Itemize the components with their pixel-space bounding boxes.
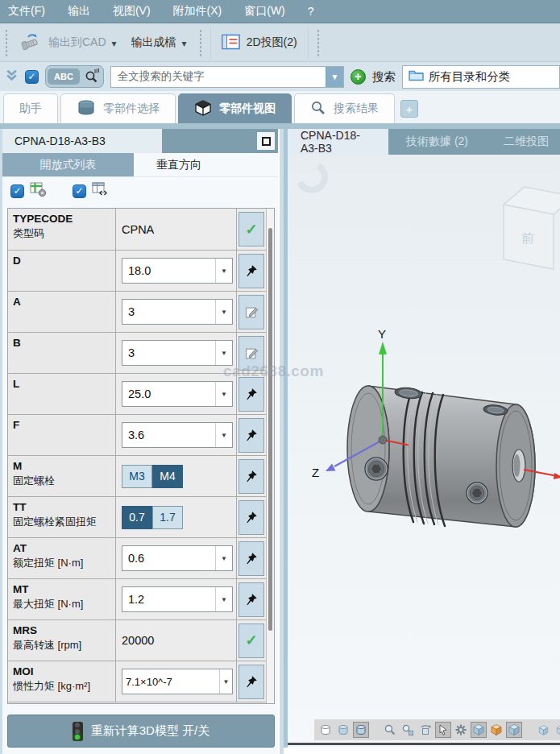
maximize-button[interactable] bbox=[257, 132, 275, 150]
rotate-view-icon[interactable] bbox=[417, 722, 433, 738]
zoom-fit-icon[interactable] bbox=[400, 722, 416, 738]
toolbar-grip[interactable] bbox=[317, 29, 320, 56]
view-orientation-icon[interactable] bbox=[535, 722, 551, 738]
param-toggle-group: M3M4 bbox=[122, 465, 183, 488]
shaded-view-icon[interactable] bbox=[335, 722, 351, 738]
tab-3d-view[interactable]: CPNA-D18-A3-B3 bbox=[288, 129, 388, 155]
text-search-mode-button[interactable]: ABC bbox=[45, 65, 104, 88]
pin-button[interactable] bbox=[239, 582, 264, 617]
edit-button[interactable] bbox=[239, 295, 264, 329]
3d-viewport[interactable]: 前 bbox=[288, 155, 560, 748]
toolbar-grip[interactable] bbox=[5, 29, 8, 56]
toggle-option-selected[interactable]: M4 bbox=[152, 465, 183, 488]
param-value-dropdown[interactable]: 7.1×10^-7 bbox=[122, 669, 233, 694]
menu-view[interactable]: 视图(V) bbox=[113, 4, 151, 19]
menu-window[interactable]: 窗口(W) bbox=[244, 4, 285, 19]
menu-export[interactable]: 输出 bbox=[68, 4, 90, 19]
pin-button[interactable] bbox=[239, 418, 264, 453]
tab-technical-data[interactable]: 技術數據 (2) bbox=[395, 129, 479, 155]
tab-assistant-label: 助手 bbox=[19, 102, 42, 116]
tab-open-list[interactable]: 開放式列表 bbox=[2, 153, 134, 176]
export-to-cad-button[interactable]: 输出到CAD bbox=[13, 27, 124, 59]
table-option-checkbox-1[interactable] bbox=[10, 184, 24, 198]
export-file-button[interactable]: 输出成檔 bbox=[124, 27, 194, 59]
pin-button[interactable] bbox=[239, 459, 264, 494]
zoom-icon[interactable] bbox=[382, 722, 398, 738]
toolbar-grip[interactable] bbox=[199, 29, 202, 56]
search-input[interactable]: 全文搜索的关键字 bbox=[110, 66, 344, 88]
settings-gear-icon[interactable] bbox=[453, 722, 469, 738]
table-export-icon[interactable] bbox=[92, 182, 109, 201]
tab-vertical[interactable]: 垂直方向 bbox=[134, 153, 224, 176]
pin-button[interactable] bbox=[239, 377, 264, 412]
section-cube-icon[interactable] bbox=[488, 722, 504, 738]
param-value-dropdown[interactable]: 1.2 bbox=[122, 586, 233, 612]
param-toggle-group: 0.71.7 bbox=[122, 506, 183, 529]
chevron-down-icon[interactable] bbox=[215, 259, 232, 283]
collapse-chevron-icon[interactable] bbox=[5, 68, 19, 85]
search-history-dropdown[interactable] bbox=[326, 67, 343, 87]
chevron-down-icon[interactable] bbox=[215, 587, 232, 611]
recalculate-3d-button[interactable]: 重新计算3D模型 开/关 bbox=[7, 715, 275, 748]
param-desc: 额定扭矩 [N·m] bbox=[13, 557, 114, 570]
add-search-icon[interactable] bbox=[351, 69, 366, 85]
confirm-button[interactable] bbox=[239, 624, 264, 658]
pin-button[interactable] bbox=[239, 500, 264, 535]
chevron-down-icon[interactable] bbox=[219, 669, 232, 694]
chevron-down-icon[interactable] bbox=[215, 423, 232, 447]
menu-help[interactable]: ? bbox=[308, 5, 314, 18]
catalog-scope-field[interactable]: 所有目录和分类 bbox=[402, 65, 560, 89]
tab-search-results[interactable]: 搜索结果 bbox=[294, 93, 395, 123]
param-value-dropdown[interactable]: 18.0 bbox=[122, 258, 233, 284]
toggle-option[interactable]: M3 bbox=[122, 465, 152, 488]
shaded-edges-view-icon[interactable] bbox=[353, 722, 369, 738]
chevron-down-icon[interactable] bbox=[215, 341, 232, 365]
2d-projection-button[interactable]: 2D投图(2) bbox=[214, 27, 305, 59]
table-row: M固定螺栓 M3M4 bbox=[8, 456, 274, 497]
chevron-down-icon[interactable] bbox=[215, 546, 232, 570]
iso-cube-icon[interactable] bbox=[506, 722, 522, 738]
chevron-down-icon[interactable] bbox=[215, 382, 232, 406]
export-to-cad-label: 输出到CAD bbox=[48, 35, 106, 50]
param-value-dropdown[interactable]: 3 bbox=[122, 340, 233, 366]
pin-button[interactable] bbox=[239, 665, 264, 699]
search-enabled-checkbox[interactable] bbox=[25, 70, 39, 84]
pin-button[interactable] bbox=[239, 254, 264, 288]
param-value-dropdown[interactable]: 0.6 bbox=[122, 545, 233, 571]
param-value-dropdown[interactable]: 25.0 bbox=[122, 381, 233, 407]
scrollbar-thumb[interactable] bbox=[268, 228, 272, 631]
tab-2d-projection[interactable]: 二维投图 bbox=[492, 129, 560, 155]
chevron-down-icon[interactable] bbox=[215, 300, 232, 324]
edit-button[interactable] bbox=[239, 336, 264, 371]
tab-part-selection[interactable]: 零部件选择 bbox=[60, 93, 176, 123]
wireframe-view-icon[interactable] bbox=[317, 722, 334, 738]
param-desc: 固定螺栓 bbox=[13, 474, 114, 487]
table-row: A 3 bbox=[8, 292, 274, 333]
select-cursor-icon[interactable] bbox=[435, 722, 451, 738]
tab-part-view[interactable]: 零部件视图 bbox=[178, 93, 292, 123]
toggle-option-selected[interactable]: 0.7 bbox=[122, 506, 152, 529]
chevron-down-icon[interactable] bbox=[112, 36, 117, 49]
table-scrollbar[interactable] bbox=[266, 209, 274, 703]
toggle-option[interactable]: 1.7 bbox=[152, 506, 183, 529]
axes-origin bbox=[379, 436, 387, 444]
table-row: D 18.0 bbox=[8, 251, 274, 292]
menu-file[interactable]: 文件(F) bbox=[8, 4, 45, 19]
param-value-dropdown[interactable]: 3 bbox=[122, 299, 233, 325]
chevron-down-icon[interactable] bbox=[182, 36, 187, 49]
table-settings-icon[interactable] bbox=[30, 182, 47, 201]
param-desc: 最高转速 [rpm] bbox=[13, 639, 114, 652]
panel-title[interactable]: CPNA-D18-A3-B3 bbox=[2, 129, 162, 153]
param-value-dropdown[interactable]: 3.6 bbox=[122, 422, 233, 448]
tab-assistant[interactable]: 助手 bbox=[3, 93, 58, 123]
view-orientation-icon[interactable] bbox=[553, 722, 560, 738]
y-axis-arrow bbox=[379, 342, 387, 354]
display-mode-icon[interactable] bbox=[471, 722, 487, 738]
edit-icon bbox=[245, 305, 259, 319]
confirm-button[interactable] bbox=[239, 212, 264, 246]
table-option-checkbox-2[interactable] bbox=[73, 184, 86, 198]
pin-button[interactable] bbox=[239, 541, 264, 576]
menu-addons[interactable]: 附加件(X) bbox=[173, 4, 222, 19]
param-code: TYPECODE bbox=[13, 213, 114, 226]
add-tab-button[interactable]: + bbox=[400, 100, 418, 118]
